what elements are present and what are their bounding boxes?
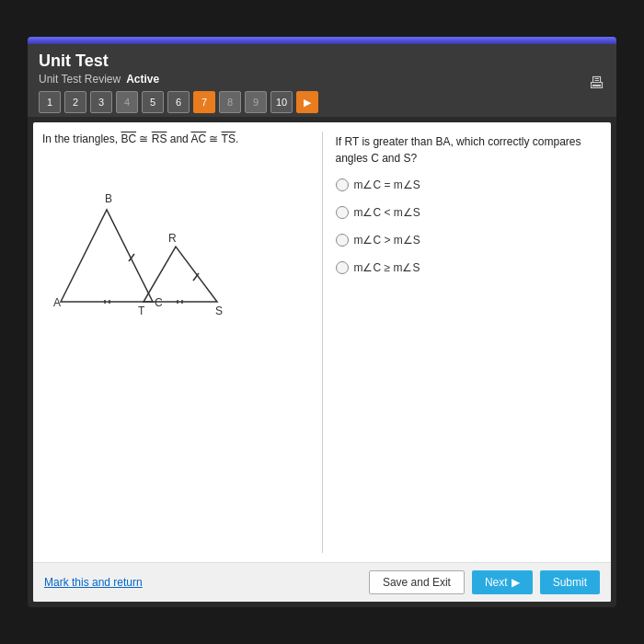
triangle-diagram: A B C R T S [42,155,245,357]
svg-text:C: C [155,296,163,309]
nav-btn-6[interactable]: 6 [167,91,190,113]
nav-btn-9: 9 [245,91,267,113]
nav-btn-forward[interactable]: ▶ [296,91,318,113]
option-2[interactable]: m∠C < m∠S [336,203,603,222]
option-2-label: m∠C < m∠S [354,206,420,219]
nav-label: Unit Test Review [39,73,121,86]
left-question-text: In the triangles, BC ≅ RS and AC ≅ TS. [42,132,309,147]
nav-btn-10[interactable]: 10 [270,91,293,113]
mark-return-link[interactable]: Mark this and return [44,576,143,589]
question-body: In the triangles, BC ≅ RS and AC ≅ TS. A… [33,122,611,562]
option-3[interactable]: m∠C > m∠S [336,231,603,249]
content-area: In the triangles, BC ≅ RS and AC ≅ TS. A… [33,122,611,602]
nav-btn-3[interactable]: 3 [90,91,112,113]
screen: Unit Test Unit Test Review Active 1 2 3 … [28,37,616,607]
option-1-label: m∠C = m∠S [354,178,420,191]
option-4-label: m∠C ≥ m∠S [354,261,420,274]
top-bar [28,37,616,44]
nav-btn-2[interactable]: 2 [64,91,86,113]
svg-text:B: B [105,192,112,205]
nav-btn-1[interactable]: 1 [39,91,61,113]
next-label: Next [485,576,508,589]
svg-text:S: S [215,305,223,317]
printer-icon[interactable]: 🖶 [589,74,605,93]
option-3-label: m∠C > m∠S [354,234,420,247]
svg-marker-0 [61,210,153,302]
nav-btn-7[interactable]: 7 [193,91,215,113]
header: Unit Test Unit Test Review Active 1 2 3 … [28,44,616,117]
radio-4[interactable] [336,261,349,274]
option-4[interactable]: m∠C ≥ m∠S [336,259,603,277]
radio-3[interactable] [336,234,349,247]
option-1[interactable]: m∠C = m∠S [336,176,603,194]
right-question-text: If RT is greater than BA, which correctl… [336,133,603,167]
nav-status: Active [126,73,159,86]
nav-btn-5[interactable]: 5 [142,91,164,113]
next-button[interactable]: Next ▶ [472,570,533,594]
footer-buttons: Save and Exit Next ▶ Submit [369,570,600,594]
svg-marker-7 [144,247,217,302]
submit-button[interactable]: Submit [540,570,600,594]
page-title: Unit Test [39,52,605,71]
footer-bar: Mark this and return Save and Exit Next … [33,562,611,602]
svg-text:T: T [138,305,145,317]
svg-text:R: R [168,232,177,245]
nav-row: Unit Test Review Active [39,73,605,86]
next-arrow-icon: ▶ [512,576,520,589]
left-panel: In the triangles, BC ≅ RS and AC ≅ TS. A… [42,132,309,553]
nav-btn-4: 4 [116,91,138,113]
right-panel: If RT is greater than BA, which correctl… [336,132,603,553]
question-nav: 1 2 3 4 5 6 7 8 9 10 ▶ [39,91,605,113]
radio-2[interactable] [336,206,349,219]
save-exit-button[interactable]: Save and Exit [369,570,465,594]
nav-btn-8: 8 [219,91,241,113]
svg-text:A: A [53,296,61,309]
panel-divider [322,132,323,553]
radio-1[interactable] [336,178,349,191]
